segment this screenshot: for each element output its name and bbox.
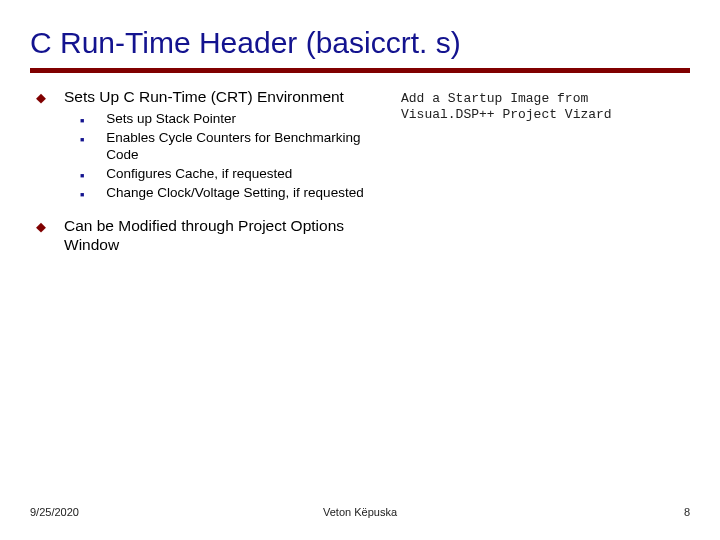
bullet-item: ◆ Sets Up C Run-Time (CRT) Environment bbox=[30, 87, 393, 107]
startup-note: Add a Startup Image from Visual.DSP++ Pr… bbox=[401, 91, 690, 122]
sub-bullet-item: ■ Sets up Stack Pointer bbox=[80, 111, 393, 128]
bullet-item: ◆ Can be Modified through Project Option… bbox=[30, 216, 393, 255]
slide-title: C Run-Time Header (basiccrt. s) bbox=[30, 26, 690, 60]
note-line: Add a Startup Image from bbox=[401, 91, 690, 107]
footer-author: Veton Këpuska bbox=[323, 506, 397, 518]
sub-bullet-text: Sets up Stack Pointer bbox=[106, 111, 393, 128]
title-rule bbox=[30, 68, 690, 73]
sub-bullet-item: ■ Enables Cycle Counters for Benchmarkin… bbox=[80, 130, 393, 164]
footer-page: 8 bbox=[684, 506, 690, 518]
sub-bullet-text: Configures Cache, if requested bbox=[106, 166, 393, 183]
sub-bullet-item: ■ Configures Cache, if requested bbox=[80, 166, 393, 183]
bullet-text: Can be Modified through Project Options … bbox=[64, 216, 393, 255]
sub-bullet-item: ■ Change Clock/Voltage Setting, if reque… bbox=[80, 185, 393, 202]
content-area: ◆ Sets Up C Run-Time (CRT) Environment ■… bbox=[30, 87, 690, 258]
sub-bullet-text: Change Clock/Voltage Setting, if request… bbox=[106, 185, 393, 202]
slide: C Run-Time Header (basiccrt. s) ◆ Sets U… bbox=[0, 0, 720, 540]
diamond-icon: ◆ bbox=[36, 89, 46, 107]
square-icon: ■ bbox=[80, 191, 84, 202]
note-line: Visual.DSP++ Project Vizard bbox=[401, 107, 690, 123]
left-column: ◆ Sets Up C Run-Time (CRT) Environment ■… bbox=[30, 87, 393, 258]
square-icon: ■ bbox=[80, 136, 84, 164]
square-icon: ■ bbox=[80, 117, 84, 128]
sub-bullet-text: Enables Cycle Counters for Benchmarking … bbox=[106, 130, 393, 164]
footer-date: 9/25/2020 bbox=[30, 506, 79, 518]
footer: 9/25/2020 Veton Këpuska 8 bbox=[30, 506, 690, 518]
sub-bullet-list: ■ Sets up Stack Pointer ■ Enables Cycle … bbox=[30, 111, 393, 201]
diamond-icon: ◆ bbox=[36, 218, 46, 255]
right-column: Add a Startup Image from Visual.DSP++ Pr… bbox=[393, 87, 690, 258]
bullet-text: Sets Up C Run-Time (CRT) Environment bbox=[64, 87, 393, 107]
square-icon: ■ bbox=[80, 172, 84, 183]
